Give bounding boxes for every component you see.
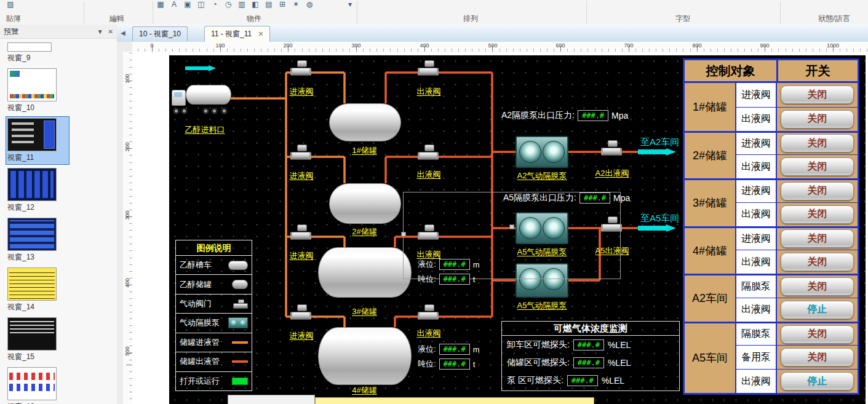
data-block-object-icon[interactable]: ⊞ (277, 0, 288, 9)
valve-label[interactable]: 出液阀 (410, 328, 447, 339)
tank3-level-readout[interactable]: 液位: ###.# m (418, 258, 479, 271)
window-thumbnail-10[interactable]: 視窗_10 (6, 67, 69, 114)
level-display[interactable]: ###.# (439, 274, 470, 285)
tank-label[interactable]: 3#储罐 (338, 306, 391, 317)
text-object-icon[interactable]: A (169, 0, 180, 9)
outlet-valve-4-icon[interactable] (418, 304, 440, 323)
to-a5-workshop-label[interactable]: 至A5车间 (640, 213, 679, 224)
window-thumbnail-9[interactable]: 視窗_9 (6, 41, 69, 65)
pressure-display[interactable]: ###.# (578, 110, 608, 121)
tab-window-11[interactable]: 11 - 視窗_11 ✕ (204, 26, 270, 42)
window-thumbnail-11-selected[interactable]: 視窗_11 (6, 117, 69, 164)
partial-widget[interactable] (228, 395, 315, 404)
storage-tank-4-icon[interactable] (318, 327, 412, 385)
level-display[interactable]: ###.# (439, 344, 470, 355)
table-object-icon[interactable]: ▦ (155, 0, 166, 9)
valve-label[interactable]: A2出液阀 (587, 168, 637, 179)
history-object-icon[interactable]: ▤ (263, 0, 274, 9)
storage-tank-1-icon[interactable] (329, 103, 401, 141)
valve-label[interactable]: 进液阀 (283, 170, 320, 181)
pump-label[interactable]: A2气动隔膜泵 (509, 170, 575, 181)
storage-tank-3-icon[interactable] (318, 247, 412, 298)
tab-scroll-left-button[interactable]: ◀ (121, 30, 125, 36)
window-thumbnail-16[interactable]: 視窗_16 (6, 366, 69, 404)
selection-handle[interactable] (509, 224, 514, 229)
tank3-outlet-valve-button[interactable]: 关闭 (781, 205, 854, 224)
legend-row: 储罐进液管 (176, 333, 252, 352)
tank3-inlet-valve-button[interactable]: 关闭 (781, 182, 854, 200)
panel-close-icon[interactable]: ✕ (108, 28, 113, 35)
tank4-inlet-valve-button[interactable]: 关闭 (781, 229, 854, 248)
window-object-icon[interactable]: ◫ (196, 0, 207, 9)
feed-port-label[interactable]: 乙醇进料口 (177, 124, 233, 135)
tank1-inlet-valve-button[interactable]: 关闭 (781, 85, 854, 104)
window-thumbnail-14[interactable]: 視窗_14 (6, 266, 69, 314)
pressure-unit: Mpa (611, 111, 628, 121)
inlet-valve-3-icon[interactable] (290, 224, 313, 243)
valve-label[interactable]: 进液阀 (283, 86, 320, 97)
a2-outlet-valve-button[interactable]: 停止 (781, 301, 854, 319)
a2-pump-button[interactable]: 关闭 (781, 277, 854, 296)
scada-diagram[interactable]: 乙醇进料口 进液阀 出液阀 进液阀 出液阀 进液阀 出液阀 进液阀 出液阀 A2… (169, 55, 866, 404)
tank4-tonnage-readout[interactable]: 吨位: ###.# t (418, 358, 475, 370)
media-object-icon[interactable]: ◍ (304, 0, 315, 9)
level-display[interactable]: ###.# (439, 259, 470, 270)
tank4-level-readout[interactable]: 液位: ###.# m (418, 343, 479, 355)
valve-label[interactable]: 进液阀 (283, 330, 320, 341)
tank1-outlet-valve-button[interactable]: 关闭 (781, 110, 854, 129)
row-item-label: 出液阀 (736, 298, 777, 322)
inlet-valve-4-icon[interactable] (290, 304, 313, 323)
gas-monitor-row: 储罐区可燃探头: ###.# %LEL (502, 354, 679, 371)
bar-graph-object-icon[interactable]: ▥ (236, 0, 247, 9)
a5-outlet-valve-button[interactable]: 停止 (781, 372, 854, 390)
a5-pump-button[interactable]: 关闭 (781, 325, 854, 344)
to-a2-workshop-label[interactable]: 至A2车间 (640, 137, 679, 148)
tank-label[interactable]: 4#储罐 (338, 385, 391, 396)
tank3-tonnage-readout[interactable]: 吨位: ###.# t (418, 273, 475, 285)
tab-window-10[interactable]: 10 - 視窗_10 (132, 26, 188, 41)
storage-tank-2-icon[interactable] (329, 183, 401, 224)
outlet-valve-2-icon[interactable] (418, 145, 440, 163)
header-control-object: 控制对象 (685, 60, 778, 81)
tank2-inlet-valve-button[interactable]: 关闭 (781, 134, 854, 152)
trend-object-icon[interactable]: ◧ (250, 0, 261, 9)
toolbar-separator (586, 1, 587, 23)
gas-display[interactable]: ###.# (567, 375, 598, 386)
window-thumbnail-13[interactable]: 視窗_13 (6, 216, 69, 264)
inlet-valve-2-icon[interactable] (290, 145, 313, 163)
tank-label[interactable]: 1#储罐 (338, 145, 391, 156)
a2-pressure-readout[interactable]: A2隔膜泵出口压力: ###.# Mpa (501, 109, 628, 122)
a2-diaphragm-pump-icon[interactable] (516, 136, 568, 168)
gas-display[interactable]: ###.# (573, 357, 604, 368)
tank4-outlet-valve-button[interactable]: 关闭 (781, 253, 854, 271)
a5-backup-pump-button[interactable]: 关闭 (781, 348, 854, 366)
pump-label[interactable]: A5气动隔膜泵 (509, 300, 575, 311)
panel-dropdown-icon[interactable]: ▼ (97, 28, 103, 35)
tank-label[interactable]: 2#储罐 (338, 226, 391, 237)
legend-box[interactable]: 图例说明 乙醇槽车 乙醇储罐 气动阀门 气动隔膜泵 (175, 240, 252, 391)
outlet-valve-1-icon[interactable] (418, 60, 440, 79)
meter-object-icon[interactable]: ◔ (209, 0, 220, 9)
window-thumbnail-15[interactable]: 視窗_15 (6, 316, 69, 363)
tank2-outlet-valve-button[interactable]: 关闭 (781, 157, 854, 176)
row-button-cell: 关闭 (777, 83, 858, 107)
tab-close-icon[interactable]: ✕ (258, 30, 263, 38)
more-objects-dropdown-icon[interactable]: ▾ (344, 0, 356, 9)
favorites-icon[interactable]: ✶ (290, 0, 301, 9)
a2-outlet-valve-icon[interactable] (601, 140, 623, 159)
gas-display[interactable]: ###.# (573, 339, 604, 351)
valve-label[interactable]: 出液阀 (410, 169, 447, 180)
valve-label[interactable]: 出液阀 (410, 86, 447, 97)
inlet-valve-1-icon[interactable] (290, 60, 313, 79)
level-display[interactable]: ###.# (439, 358, 470, 370)
selection-handle[interactable] (401, 232, 406, 237)
partial-yellow-table[interactable] (315, 397, 594, 404)
valve-label[interactable]: 进液阀 (283, 250, 320, 261)
legend-title: 图例说明 (176, 240, 252, 256)
picture-object-icon[interactable]: ▣ (182, 0, 193, 9)
ethanol-truck-icon[interactable] (172, 76, 233, 116)
paste-icon[interactable]: ▨ (5, 0, 16, 9)
window-thumbnail-12[interactable]: 視窗_12 (6, 167, 69, 214)
gas-monitor-box[interactable]: 可燃气体浓度监测 卸车区可燃探头: ###.# %LEL 储罐区可燃探头: ##… (501, 321, 680, 391)
clock-object-icon[interactable]: ◷ (223, 0, 234, 9)
